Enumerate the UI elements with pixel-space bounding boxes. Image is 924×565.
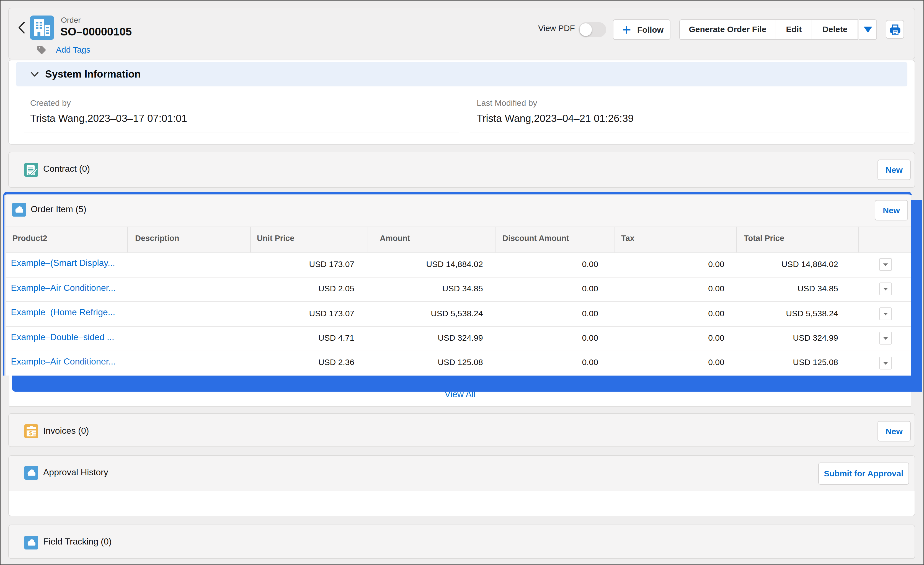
svg-text:$: $ [29,430,32,436]
